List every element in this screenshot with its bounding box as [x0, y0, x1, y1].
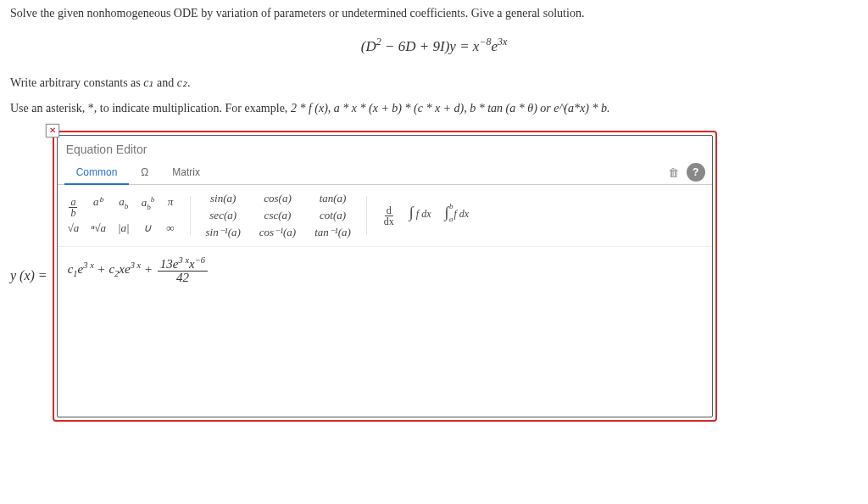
answer-term1: c1e3 x — [68, 262, 97, 276]
palette-derivative[interactable]: ddx — [382, 204, 396, 227]
answer-term2: c2xe3 x — [108, 262, 144, 276]
palette-power[interactable]: aᵇ — [91, 195, 106, 218]
symbol-palette: ab aᵇ ab abb π √a ⁿ√a |a| ∪ ∞ sin(a) cos… — [58, 185, 712, 247]
answer-input[interactable]: c1e3 x + c2xe3 x + 13e3 xx−6 42 — [58, 247, 712, 417]
palette-nroot[interactable]: ⁿ√a — [91, 221, 106, 235]
tab-omega[interactable]: Ω — [129, 161, 160, 185]
palette-cos[interactable]: cos(a) — [259, 192, 296, 205]
palette-abs[interactable]: |a| — [118, 221, 130, 235]
tab-matrix[interactable]: Matrix — [160, 161, 212, 185]
close-icon[interactable]: ✕ — [46, 124, 59, 137]
palette-asin[interactable]: sin⁻¹(a) — [206, 226, 241, 239]
palette-csc[interactable]: csc(a) — [259, 209, 296, 222]
palette-atan[interactable]: tan⁻¹(a) — [314, 226, 351, 239]
answer-term3-fraction: 13e3 xx−6 42 — [158, 255, 208, 286]
palette-acos[interactable]: cos⁻¹(a) — [259, 226, 296, 239]
editor-title: Equation Editor — [58, 136, 712, 161]
help-icon[interactable]: ? — [687, 163, 705, 182]
palette-infinity[interactable]: ∞ — [166, 221, 174, 235]
palette-fraction[interactable]: ab — [68, 195, 80, 218]
equation-editor: ✕ Equation Editor Common Ω Matrix 🗑 ? ab… — [53, 131, 717, 422]
palette-cot[interactable]: cot(a) — [314, 209, 351, 222]
editor-tabs: Common Ω Matrix 🗑 ? — [58, 161, 712, 185]
answer-lhs: y (x) = — [10, 268, 53, 283]
palette-sub-sup[interactable]: abb — [142, 195, 155, 218]
palette-subscript[interactable]: ab — [118, 195, 130, 218]
palette-def-integral[interactable]: ∫ba f dx — [444, 204, 469, 227]
palette-tan[interactable]: tan(a) — [314, 192, 351, 205]
display-equation: (D2 − 6D + 9I)y = x−8e3x — [10, 36, 858, 55]
palette-integral[interactable]: ∫ f dx — [409, 204, 431, 227]
problem-statement-line1: Solve the given nonhomogeneous ODE by va… — [10, 7, 858, 20]
tab-common[interactable]: Common — [64, 161, 130, 185]
asterisk-instruction: Use an asterisk, *, to indicate multipli… — [10, 102, 858, 115]
palette-sec[interactable]: sec(a) — [206, 209, 241, 222]
palette-sqrt[interactable]: √a — [68, 221, 80, 235]
palette-pi[interactable]: π — [166, 195, 174, 218]
trash-icon[interactable]: 🗑 — [665, 163, 683, 182]
palette-sin[interactable]: sin(a) — [206, 192, 241, 205]
palette-union[interactable]: ∪ — [142, 221, 155, 235]
constants-instruction: Write arbitrary constants as c₁ and c₂. — [10, 76, 858, 90]
